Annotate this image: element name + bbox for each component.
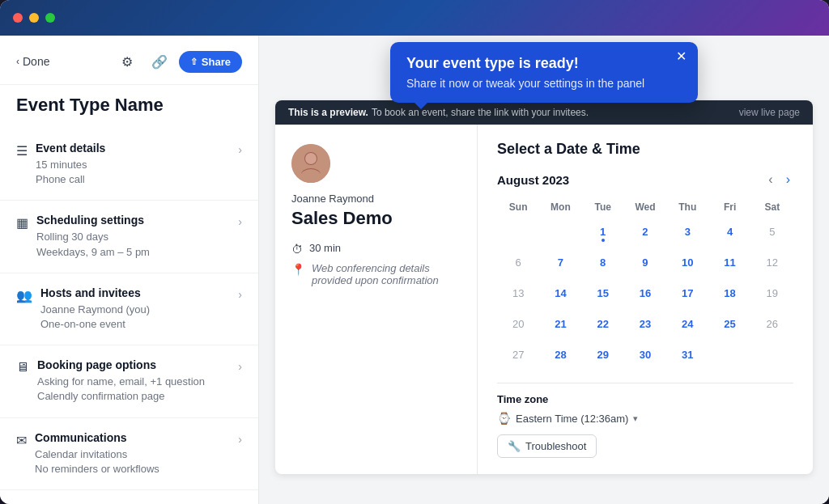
tooltip-arrow [414, 103, 427, 109]
calendar-day: 20 [506, 311, 530, 336]
day-header-fri: Fri [708, 198, 750, 216]
calendar-day[interactable]: 17 [675, 281, 699, 305]
calendar-grid: Sun Mon Tue Wed Thu Fri Sat [497, 198, 793, 370]
calendar-day[interactable]: 3 [675, 219, 699, 244]
section-sub2: Weekdays, 9 am – 5 pm [36, 245, 238, 260]
calendar-day[interactable]: 25 [718, 311, 742, 336]
calendar-day: 6 [506, 250, 530, 274]
calendar-day[interactable]: 14 [548, 281, 572, 305]
settings-button[interactable]: ⚙ [114, 49, 140, 74]
app-window: ‹ Done ⚙ 🔗 ⇧ Share Event Ty [0, 0, 829, 504]
nav-icons: ⚙ 🔗 ⇧ Share [114, 49, 242, 74]
back-button[interactable]: ‹ Done [16, 55, 49, 68]
calendar-day[interactable]: 31 [675, 342, 699, 366]
calendar-day[interactable]: 22 [591, 311, 615, 336]
preview-banner-suffix: To book an event, share the link with yo… [372, 107, 589, 118]
calendar-week-row: 6789101112 [497, 247, 793, 277]
calendar-day[interactable]: 8 [591, 250, 615, 274]
calendar-title: Select a Date & Time [497, 141, 793, 158]
calendar-day[interactable]: 2 [633, 219, 657, 244]
calendar-cell: 26 [751, 308, 793, 339]
section-booking-page-options[interactable]: 🖥 Booking page options Asking for name, … [0, 345, 258, 417]
calendar-week-row: 13141516171819 [497, 277, 793, 308]
gear-icon: ⚙ [121, 54, 133, 70]
calendar-cell: 27 [497, 339, 539, 370]
section-hosts-invitees[interactable]: 👥 Hosts and invitees Joanne Raymond (you… [0, 273, 258, 345]
left-panel: ‹ Done ⚙ 🔗 ⇧ Share Event Ty [0, 36, 259, 504]
prev-month-button[interactable]: ‹ [765, 171, 776, 188]
wrench-icon: 🔧 [508, 440, 521, 452]
event-info-panel: Joanne Raymond Sales Demo ⏱ 30 min 📍 Web… [275, 125, 478, 474]
calendar-day[interactable]: 29 [591, 342, 615, 366]
chevron-right-icon: › [238, 288, 242, 301]
section-header: ▦ Scheduling settings Rolling 30 days We… [16, 214, 242, 259]
share-button[interactable]: ⇧ Share [179, 51, 242, 73]
host-name: Joanne Raymond [291, 193, 461, 205]
calendar-day[interactable]: 18 [718, 281, 742, 305]
tooltip-title: Your event type is ready! [406, 55, 682, 72]
traffic-light-red[interactable] [13, 13, 23, 23]
section-left: ✉ Communications Calendar invitations No… [16, 431, 238, 476]
calendar-day[interactable]: 21 [548, 311, 572, 336]
calendar-day[interactable]: 10 [675, 250, 699, 274]
section-content: Scheduling settings Rolling 30 days Week… [36, 214, 238, 259]
chevron-right-icon: › [238, 143, 242, 156]
calendar-day[interactable]: 30 [633, 342, 657, 366]
timezone-value[interactable]: ⌚ Eastern Time (12:36am) ▾ [497, 412, 793, 425]
calendar-day[interactable]: 16 [633, 281, 657, 305]
day-header-mon: Mon [539, 198, 581, 216]
calendar-week-row: 20212223242526 [497, 308, 793, 339]
monitor-icon: 🖥 [16, 360, 29, 375]
link-icon: 🔗 [151, 54, 168, 70]
section-communications[interactable]: ✉ Communications Calendar invitations No… [0, 418, 258, 490]
calendar-week-row: 2728293031 [497, 339, 793, 370]
section-sub1: Calendar invitations [35, 447, 238, 462]
calendar-day[interactable]: 23 [633, 311, 657, 336]
calendar-cell: 1 [582, 216, 624, 247]
duration-value: 30 min [309, 242, 341, 254]
calendar-day[interactable]: 11 [718, 250, 742, 274]
next-month-button[interactable]: › [783, 171, 793, 188]
preview-inner: This is a preview. To book an event, sha… [275, 100, 813, 474]
calendar-days-header: Sun Mon Tue Wed Thu Fri Sat [497, 198, 793, 216]
calendar-day[interactable]: 28 [548, 342, 572, 366]
clock-icon: ⏱ [291, 243, 303, 256]
calendar-day[interactable]: 1 [591, 219, 615, 244]
section-scheduling-settings[interactable]: ▦ Scheduling settings Rolling 30 days We… [0, 201, 258, 273]
calendar-day: 13 [506, 281, 530, 305]
traffic-light-green[interactable] [45, 13, 55, 23]
calendar-day[interactable]: 7 [548, 250, 572, 274]
calendar-cell [751, 339, 793, 370]
location-item: 📍 Web conferencing details provided upon… [291, 262, 461, 286]
troubleshoot-button[interactable]: 🔧 Troubleshoot [497, 434, 597, 458]
chevron-right-icon: › [238, 215, 242, 228]
chevron-right-icon: › [238, 433, 242, 446]
link-button[interactable]: 🔗 [147, 49, 172, 74]
timezone-dropdown-icon: ▾ [633, 413, 638, 424]
section-sub2: One-on-one event [40, 317, 238, 332]
calendar-cell: 13 [497, 277, 539, 308]
title-bar [0, 0, 829, 36]
duration-item: ⏱ 30 min [291, 242, 461, 256]
calendar-day[interactable]: 15 [591, 281, 615, 305]
day-header-thu: Thu [666, 198, 708, 216]
calendar-day[interactable]: 4 [718, 219, 742, 244]
calendar-day[interactable]: 9 [633, 250, 657, 274]
section-sub2: No reminders or workflows [35, 462, 238, 476]
preview-label: This is a preview. [288, 107, 368, 118]
tooltip-close-button[interactable]: ✕ [676, 50, 687, 63]
share-button-label: Share [202, 56, 231, 68]
calendar-cell: 14 [539, 277, 581, 308]
avatar [291, 144, 330, 183]
traffic-light-yellow[interactable] [29, 13, 39, 23]
section-title: Event details [36, 142, 238, 155]
calendar-cell: 5 [751, 216, 793, 247]
globe-icon: ⌚ [497, 412, 511, 425]
calendar-cell: 24 [666, 308, 708, 339]
calendar-cell: 15 [582, 277, 624, 308]
section-event-details[interactable]: ☰ Event details 15 minutes Phone call › [0, 129, 258, 201]
view-live-link[interactable]: view live page [739, 107, 800, 118]
section-header: 👥 Hosts and invitees Joanne Raymond (you… [16, 286, 242, 332]
calendar-day[interactable]: 24 [675, 311, 699, 336]
calendar-cell: 30 [624, 339, 666, 370]
